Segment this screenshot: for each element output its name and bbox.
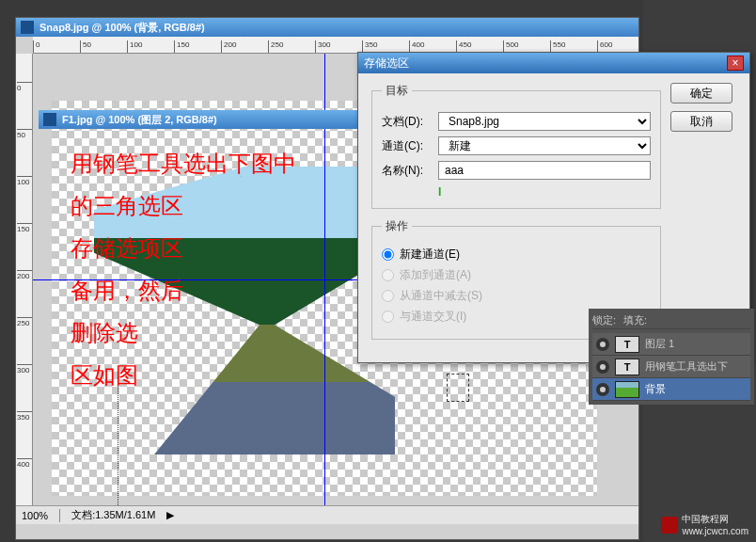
- destination-group: 目标 文档(D): Snap8.jpg 通道(C): 新建 名称(N): I: [371, 83, 661, 209]
- subdoc-title: F1.jpg @ 100% (图层 2, RGB/8#): [62, 113, 217, 127]
- visibility-eye-icon[interactable]: [596, 383, 609, 396]
- dialog-titlebar[interactable]: 存储选区 ×: [358, 53, 749, 73]
- layer-label: 背景: [645, 382, 666, 396]
- op-int-radio: [382, 311, 394, 323]
- layer-thumb: T: [615, 359, 639, 375]
- status-bar: 100% 文档:1.35M/1.61M ▶: [16, 505, 638, 524]
- close-icon[interactable]: ×: [727, 56, 744, 71]
- vertical-ruler: 050100150200250300350400: [16, 54, 33, 524]
- visibility-eye-icon[interactable]: [596, 360, 609, 374]
- layers-palette[interactable]: 锁定: 填充: T图层 1T用钢笔工具选出下背景: [589, 309, 754, 405]
- layer-row[interactable]: T图层 1: [592, 333, 750, 356]
- visibility-eye-icon[interactable]: [596, 338, 609, 351]
- op-sub-radio: [382, 290, 394, 302]
- cancel-button[interactable]: 取消: [670, 111, 732, 132]
- watermark-brand: 中国教程网: [682, 514, 729, 524]
- watermark-logo-icon: [661, 517, 678, 534]
- layer-label: 图层 1: [645, 337, 674, 351]
- fill-label: 填充:: [623, 313, 647, 327]
- window-title: Snap8.jpg @ 100% (背景, RGB/8#): [39, 21, 205, 35]
- window-titlebar[interactable]: Snap8.jpg @ 100% (背景, RGB/8#): [16, 18, 638, 37]
- op-new-label: 新建通道(E): [400, 247, 460, 263]
- layer-thumb: T: [615, 336, 639, 353]
- text-cursor-icon: I: [438, 185, 446, 199]
- app-icon: [43, 113, 56, 126]
- op-add-label: 添加到通道(A): [400, 267, 471, 283]
- op-sub-label: 从通道中减去(S): [400, 288, 482, 304]
- ok-button[interactable]: 确定: [670, 83, 732, 104]
- channel-select[interactable]: 新建: [438, 136, 651, 155]
- name-label: 名称(N):: [382, 163, 438, 179]
- dialog-title: 存储选区: [364, 56, 409, 72]
- layer-thumb: [615, 381, 639, 398]
- palette-toolbar: 锁定: 填充:: [592, 312, 750, 329]
- op-new-radio[interactable]: [382, 248, 394, 261]
- document-label: 文档(D):: [382, 114, 438, 130]
- annotation-text: 用钢笔工具选出下图中的三角选区存储选项区备用，然后删除选区如图: [71, 143, 296, 397]
- name-input[interactable]: [438, 161, 651, 180]
- layer-label: 用钢笔工具选出下: [645, 359, 728, 374]
- layer-row[interactable]: 背景: [592, 378, 750, 401]
- watermark-url: www.jcwcn.com: [682, 526, 748, 536]
- document-select[interactable]: Snap8.jpg: [438, 112, 651, 131]
- sub-document-window: F1.jpg @ 100% (图层 2, RGB/8#): [39, 110, 368, 129]
- layer-row[interactable]: T用钢笔工具选出下: [592, 356, 750, 378]
- destination-legend: 目标: [382, 83, 412, 99]
- marquee-selection[interactable]: [447, 374, 469, 402]
- subdoc-titlebar[interactable]: F1.jpg @ 100% (图层 2, RGB/8#): [39, 110, 368, 129]
- op-int-label: 与通道交叉(I): [400, 309, 466, 325]
- zoom-readout[interactable]: 100%: [22, 510, 48, 521]
- operation-legend: 操作: [382, 218, 412, 234]
- doc-size-readout: 文档:1.35M/1.61M: [71, 508, 155, 522]
- app-icon: [21, 21, 34, 34]
- op-add-radio: [382, 269, 394, 281]
- watermark: 中国教程网 www.jcwcn.com: [661, 513, 748, 536]
- lock-label: 锁定:: [592, 313, 616, 327]
- channel-label: 通道(C):: [382, 138, 438, 154]
